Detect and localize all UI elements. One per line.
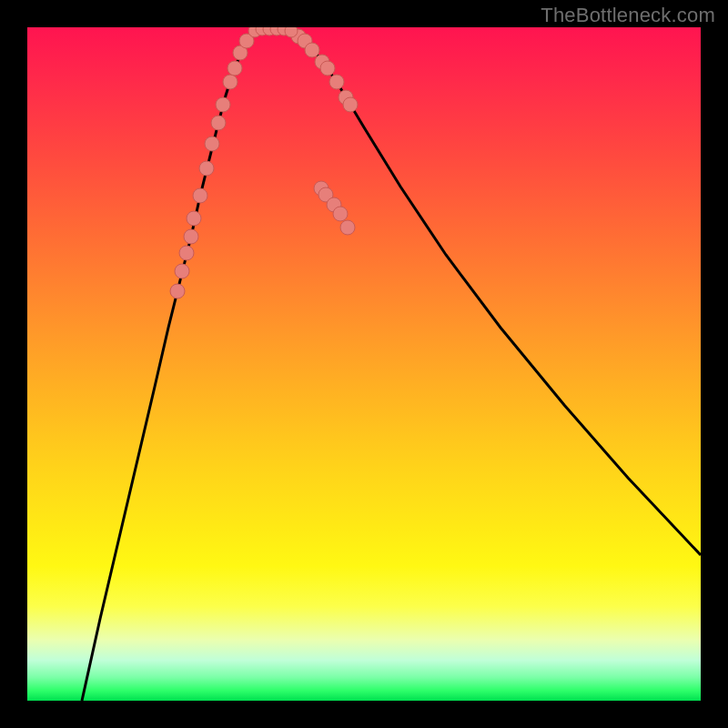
dots-bottom [248,27,298,37]
curve-svg [27,27,701,701]
data-point [340,220,355,235]
watermark-text: TheBottleneck.com [541,4,715,27]
chart-frame: TheBottleneck.com [0,0,728,728]
data-point [175,264,189,278]
data-point [333,207,348,221]
data-point [199,161,214,176]
data-point [211,116,226,130]
data-point [205,136,219,151]
data-point [184,229,198,244]
dots-left-branch [170,34,254,298]
data-point [216,97,230,112]
data-point [223,75,238,89]
plot-area [27,27,701,701]
data-point [329,75,344,89]
data-point [228,61,242,76]
data-point [193,188,207,203]
data-point [285,27,298,37]
data-point [187,211,201,226]
data-point [179,246,194,260]
data-point [320,61,335,76]
dots-right-branch [291,29,358,235]
bottleneck-curve [82,29,701,701]
data-point [170,284,185,298]
data-point [305,43,319,57]
data-point [343,97,358,112]
